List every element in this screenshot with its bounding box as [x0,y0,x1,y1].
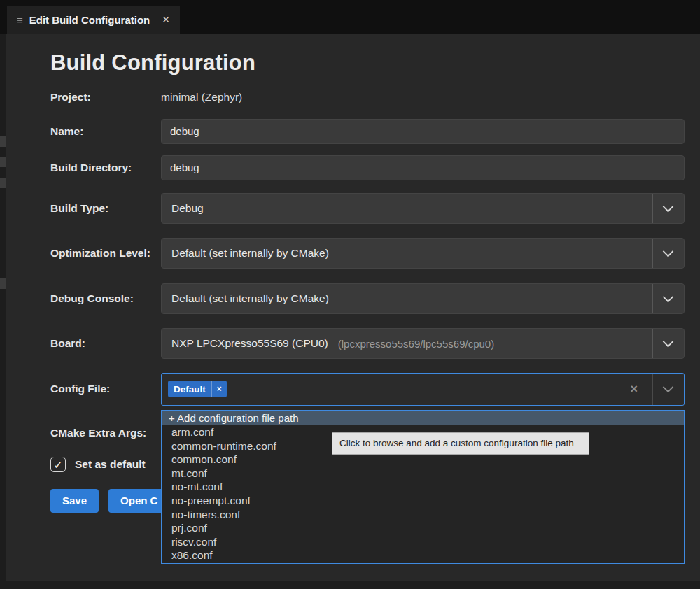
select-divider [652,194,653,223]
optimization-level-value: Default (set internally by CMake) [172,247,329,260]
config-option-mt[interactable]: mt.conf [162,467,684,481]
add-config-path-option[interactable]: + Add configuration file path [162,411,684,425]
build-type-row: Build Type: Debug [50,193,685,224]
select-divider [652,239,653,268]
name-input[interactable] [161,119,685,144]
build-directory-label: Build Directory: [50,162,161,174]
config-option-no-mt[interactable]: no-mt.conf [162,480,684,494]
chevron-down-icon [663,246,674,257]
activity-bar-fragment [0,278,6,289]
select-divider [652,284,653,313]
set-as-default-checkbox[interactable]: ✓ [50,457,66,472]
activity-bar-fragment [0,136,6,147]
save-button[interactable]: Save [50,489,99,513]
page-title: Build Configuration [50,50,255,76]
project-label: Project: [50,91,161,104]
optimization-level-select[interactable]: Default (set internally by CMake) [161,238,685,269]
select-divider [652,329,653,358]
cmake-extra-args-label: CMake Extra Args: [50,427,161,439]
debug-console-value: Default (set internally by CMake) [172,292,329,305]
optimization-level-label: Optimization Level: [50,247,161,260]
board-identifier: (lpcxpresso55s69/lpc55s69/cpu0) [338,338,494,350]
set-as-default-label: Set as default [75,458,146,471]
tooltip: Click to browse and add a custom configu… [332,432,589,455]
config-option-no-timers[interactable]: no-timers.conf [162,508,684,522]
build-type-value: Debug [172,202,204,215]
chevron-down-icon [663,336,674,348]
tab-edit-build-configuration[interactable]: ≡ Edit Build Configuration ✕ [7,6,180,34]
bottom-edge-strip [0,581,700,589]
activity-bar-fragment [0,157,6,167]
debug-console-row: Debug Console: Default (set internally b… [50,283,685,314]
name-label: Name: [50,125,161,138]
config-file-row: Config File: Default × × [50,372,685,406]
chevron-down-icon[interactable] [663,382,674,393]
editor-tab-bar: ≡ Edit Build Configuration ✕ [0,0,700,34]
app-window: ≡ Edit Build Configuration ✕ Build Confi… [0,0,700,589]
debug-console-label: Debug Console: [50,292,161,305]
build-directory-input[interactable] [161,155,685,180]
board-select[interactable]: NXP LPCXpresso55S69 (CPU0) (lpcxpresso55… [161,328,685,359]
board-row: Board: NXP LPCXpresso55S69 (CPU0) (lpcxp… [50,328,685,359]
debug-console-select[interactable]: Default (set internally by CMake) [161,283,685,314]
board-value: NXP LPCXpresso55S69 (CPU0) [172,337,328,350]
chevron-down-icon [663,292,674,303]
chip-remove-icon[interactable]: × [211,381,227,397]
optimization-level-row: Optimization Level: Default (set interna… [50,238,685,269]
name-row: Name: [50,118,685,144]
list-icon: ≡ [17,14,23,26]
config-option-x86[interactable]: x86.conf [162,548,684,562]
left-edge-strip [0,34,6,589]
config-file-label: Config File: [50,383,161,395]
project-value: minimal (Zephyr) [161,91,242,104]
build-directory-row: Build Directory: [50,155,685,180]
select-divider [652,374,653,405]
tab-label: Edit Build Configuration [29,14,150,26]
build-type-select[interactable]: Debug [161,193,685,224]
config-option-prj[interactable]: prj.conf [162,521,684,535]
close-icon[interactable]: ✕ [162,14,170,25]
config-option-riscv[interactable]: riscv.conf [162,535,684,549]
chevron-down-icon [663,201,674,213]
build-configuration-panel: Build Configuration Project: minimal (Ze… [6,34,700,581]
project-row: Project: minimal (Zephyr) [50,88,685,106]
config-file-multiselect[interactable]: Default × × [161,373,685,406]
config-chip-label: Default [168,384,211,395]
activity-bar-fragment [0,178,6,188]
board-label: Board: [50,337,161,350]
clear-icon[interactable]: × [630,382,638,397]
config-option-no-preempt[interactable]: no-preempt.conf [162,494,684,508]
check-icon: ✓ [54,460,63,470]
config-chip-default[interactable]: Default × [168,381,227,397]
build-type-label: Build Type: [50,202,161,215]
